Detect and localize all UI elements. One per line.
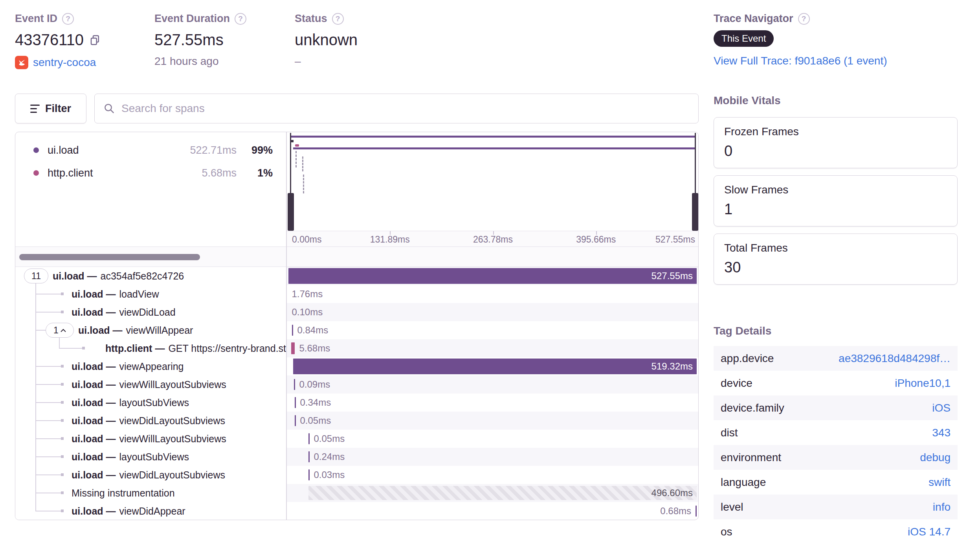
status-value: unknown xyxy=(295,31,358,49)
tag-value-link[interactable]: 343 xyxy=(932,427,951,439)
span-bar-row[interactable]: 0.05ms xyxy=(287,412,699,430)
legend-duration: 5.68ms xyxy=(202,167,237,179)
span-bar[interactable] xyxy=(294,379,295,390)
span-bar[interactable]: 527.55ms xyxy=(288,268,697,284)
span-bar-row[interactable]: 0.68ms xyxy=(287,502,699,520)
tag-row: device.family iOS xyxy=(714,395,958,420)
tag-value-link[interactable]: iOS 14.7 xyxy=(908,526,951,537)
vital-card-slow-frames: Slow Frames 1 xyxy=(714,175,958,226)
span-row-label[interactable]: ui.load —viewDidLayoutSubviews xyxy=(15,412,286,430)
span-bar-row[interactable]: 1.76ms xyxy=(287,285,699,303)
span-duration: 0.10ms xyxy=(292,303,323,321)
missing-instrumentation-bar[interactable]: 496.60ms xyxy=(308,486,697,500)
span-op: ui.load — xyxy=(72,361,116,372)
span-bar-row[interactable]: 0.84ms xyxy=(287,321,699,339)
legend-percent: 1% xyxy=(257,167,273,179)
span-bar-row[interactable]: 519.32ms xyxy=(287,357,699,375)
span-bar[interactable] xyxy=(295,397,296,408)
span-bar[interactable] xyxy=(295,415,296,426)
tag-value-link[interactable]: ae3829618d484298f… xyxy=(839,352,951,365)
span-row-label[interactable]: ui.load —viewDidAppear xyxy=(15,502,286,520)
column-divider[interactable] xyxy=(286,132,287,520)
legend-name: http.client xyxy=(48,167,93,179)
span-duration: 5.68ms xyxy=(299,339,330,357)
span-bar-row[interactable]: 0.34ms xyxy=(287,394,699,412)
minimap-span-mark xyxy=(303,175,304,193)
span-row-label[interactable]: 1 ui.load —viewWillAppear xyxy=(15,321,286,339)
status-section: Status ? unknown – xyxy=(295,13,358,68)
tag-value-link[interactable]: swift xyxy=(929,476,951,489)
tag-value-link[interactable]: info xyxy=(933,501,951,513)
span-row-label[interactable]: ui.load —layoutSubViews xyxy=(15,394,286,412)
span-count-badge[interactable]: 11 xyxy=(24,268,48,283)
tree-connector xyxy=(35,283,36,511)
span-tree-labels: 11 ui.load —ac354af5e82c4726 ui.load —lo… xyxy=(15,267,286,520)
span-name: layoutSubViews xyxy=(119,451,189,462)
span-bar[interactable] xyxy=(696,506,697,517)
project-link[interactable]: sentry-cocoa xyxy=(33,56,96,69)
span-name: GET https://sentry-brand.stora xyxy=(168,343,286,354)
span-name: viewDidLayoutSubviews xyxy=(119,415,226,426)
vital-value: 30 xyxy=(724,259,947,276)
span-name: viewWillAppear xyxy=(126,325,193,336)
span-duration: 0.24ms xyxy=(314,448,345,466)
search-input[interactable] xyxy=(121,102,690,115)
span-row-label[interactable]: ui.load —viewDidLoad xyxy=(15,303,286,321)
span-row-label[interactable]: ui.load —layoutSubViews xyxy=(15,448,286,466)
help-icon[interactable]: ? xyxy=(332,13,344,25)
filter-button[interactable]: Filter xyxy=(15,94,86,123)
span-bar[interactable]: 519.32ms xyxy=(293,359,697,374)
tag-value-link[interactable]: iPhone10,1 xyxy=(895,377,951,390)
span-op: ui.load — xyxy=(72,506,116,517)
span-name: layoutSubViews xyxy=(119,397,189,408)
span-name: loadView xyxy=(119,289,159,300)
span-name: viewWillLayoutSubviews xyxy=(119,379,226,390)
trace-minimap[interactable] xyxy=(287,132,699,231)
help-icon[interactable]: ? xyxy=(798,13,810,25)
span-bar-row[interactable]: 0.10ms xyxy=(287,303,699,321)
span-bar[interactable] xyxy=(308,469,310,480)
span-bar-row[interactable]: 527.55ms xyxy=(287,267,699,285)
tag-row: app.device ae3829618d484298f… xyxy=(714,346,958,371)
view-full-trace-link[interactable]: View Full Trace: f901a8e6 (1 event) xyxy=(714,55,887,67)
span-bar-row[interactable]: 496.60ms xyxy=(287,484,699,502)
mobile-vitals-heading: Mobile Vitals xyxy=(714,94,781,107)
minimap-left-handle[interactable] xyxy=(288,193,294,231)
tag-row: os iOS 14.7 xyxy=(714,519,958,537)
tag-value-link[interactable]: debug xyxy=(920,451,951,464)
legend-percent: 99% xyxy=(251,144,273,156)
span-duration: 0.05ms xyxy=(314,430,345,448)
span-name: Missing instrumentation xyxy=(72,487,175,498)
span-bar-row[interactable]: 0.05ms xyxy=(287,430,699,448)
tree-scrollbar[interactable] xyxy=(19,254,200,260)
http-client-dot-icon xyxy=(33,170,39,176)
help-icon[interactable]: ? xyxy=(235,13,246,25)
span-row-label[interactable]: 11 ui.load —ac354af5e82c4726 xyxy=(15,267,286,285)
span-op: ui.load — xyxy=(72,451,116,462)
copy-icon[interactable] xyxy=(89,34,101,46)
span-row-label[interactable]: ui.load —loadView xyxy=(15,285,286,303)
span-row-label[interactable]: http.client —GET https://sentry-brand.st… xyxy=(15,339,286,357)
span-bar[interactable] xyxy=(308,451,310,462)
help-icon[interactable]: ? xyxy=(62,13,74,25)
minimap-view-appearing-span xyxy=(293,147,695,149)
tree-scrollbar-track xyxy=(15,246,698,267)
span-bar-row[interactable]: 0.03ms xyxy=(287,466,699,484)
span-row-label[interactable]: ui.load —viewDidLayoutSubviews xyxy=(15,466,286,484)
minimap-right-handle[interactable] xyxy=(692,193,698,231)
span-bar[interactable] xyxy=(292,325,293,336)
span-row-label[interactable]: ui.load —viewWillLayoutSubviews xyxy=(15,375,286,394)
span-row-label[interactable]: ui.load —viewAppearing xyxy=(15,357,286,375)
span-row-label[interactable]: Missing instrumentation xyxy=(15,484,286,502)
span-bar[interactable] xyxy=(291,342,295,354)
span-bar[interactable] xyxy=(308,433,310,444)
span-row-label[interactable]: ui.load —viewWillLayoutSubviews xyxy=(15,430,286,448)
span-op: ui.load — xyxy=(72,415,116,426)
collapse-badge[interactable]: 1 xyxy=(46,323,74,338)
status-sub: – xyxy=(295,55,358,68)
span-bar-row[interactable]: 0.24ms xyxy=(287,448,699,466)
span-bar-row[interactable]: 0.09ms xyxy=(287,375,699,394)
vital-value: 1 xyxy=(724,201,947,218)
tag-value-link[interactable]: iOS xyxy=(932,402,951,414)
span-bar-row[interactable]: 5.68ms xyxy=(287,339,699,357)
